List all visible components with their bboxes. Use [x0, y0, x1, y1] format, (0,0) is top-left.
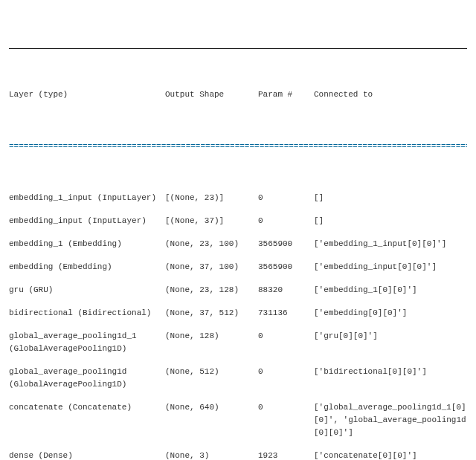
cell-shape: [(None, 37)]	[165, 215, 258, 227]
cell-shape: (None, 3)	[165, 450, 258, 460]
header-param: Param #	[258, 88, 314, 101]
header-row: Layer (type) Output Shape Param # Connec…	[9, 88, 467, 101]
cell-param: 0	[258, 401, 314, 414]
cell-conn: ['gru[0][0]']	[314, 330, 467, 343]
header-double-rule: ========================================…	[9, 140, 467, 153]
table-row: embedding (Embedding)(None, 37, 100)3565…	[9, 261, 467, 273]
table-row: embedding_1_input (InputLayer)[(None, 23…	[9, 192, 467, 204]
cell-param: 3565900	[258, 238, 314, 250]
cell-param: 731136	[258, 307, 314, 320]
cell-layer: bidirectional (Bidirectional)	[9, 307, 165, 320]
cell-layer: embedding_1_input (InputLayer)	[9, 192, 165, 204]
cell-param: 0	[258, 330, 314, 343]
table-row: dense (Dense)(None, 3)1923['concatenate[…	[9, 450, 467, 460]
cell-param: 3565900	[258, 261, 314, 273]
cell-conn: ['global_average_pooling1d_1[0][0]', 'gl…	[314, 401, 467, 439]
cell-layer: concatenate (Concatenate)	[9, 401, 165, 414]
cell-param: 0	[258, 192, 314, 204]
cell-conn: ['embedding[0][0]']	[314, 307, 467, 320]
cell-conn: ['concatenate[0][0]']	[314, 450, 467, 460]
header-conn: Connected to	[314, 88, 467, 101]
table-row: bidirectional (Bidirectional)(None, 37, …	[9, 307, 467, 320]
cell-shape: (None, 128)	[165, 330, 258, 343]
cell-layer: embedding_1 (Embedding)	[9, 238, 165, 250]
cell-conn: ['embedding_1_input[0][0]']	[314, 238, 467, 250]
cell-layer: global_average_pooling1d_1 (GlobalAverag…	[9, 330, 165, 355]
table-row: embedding_input (InputLayer)[(None, 37)]…	[9, 215, 467, 227]
cell-conn: ['embedding_1[0][0]']	[314, 284, 467, 297]
cell-conn: ['bidirectional[0][0]']	[314, 366, 467, 378]
cell-param: 0	[258, 215, 314, 227]
table-row: concatenate (Concatenate)(None, 640)0['g…	[9, 401, 467, 439]
table-row: global_average_pooling1d (GlobalAverageP…	[9, 366, 467, 391]
cell-shape: (None, 640)	[165, 401, 258, 414]
header-shape: Output Shape	[165, 88, 258, 101]
cell-layer: embedding_input (InputLayer)	[9, 215, 165, 227]
table-row: gru (GRU)(None, 23, 128)88320['embedding…	[9, 284, 467, 297]
cell-param: 0	[258, 366, 314, 378]
cell-shape: (None, 37, 100)	[165, 261, 258, 273]
cell-param: 1923	[258, 450, 314, 460]
cell-conn: ['embedding_input[0][0]']	[314, 261, 467, 273]
cell-layer: embedding (Embedding)	[9, 261, 165, 273]
table-row: embedding_1 (Embedding)(None, 23, 100)35…	[9, 238, 467, 250]
table-row: global_average_pooling1d_1 (GlobalAverag…	[9, 330, 467, 355]
cell-shape: [(None, 23)]	[165, 192, 258, 204]
cell-param: 88320	[258, 284, 314, 297]
model-summary: Layer (type) Output Shape Param # Connec…	[9, 9, 467, 460]
cell-shape: (None, 512)	[165, 366, 258, 378]
header-layer: Layer (type)	[9, 88, 165, 101]
cell-layer: global_average_pooling1d (GlobalAverageP…	[9, 366, 165, 391]
cell-conn: []	[314, 215, 467, 227]
cell-shape: (None, 23, 128)	[165, 284, 258, 297]
cell-shape: (None, 23, 100)	[165, 238, 258, 250]
cell-layer: gru (GRU)	[9, 284, 165, 297]
cell-conn: []	[314, 192, 467, 204]
rows-container: embedding_1_input (InputLayer)[(None, 23…	[9, 192, 467, 460]
cell-layer: dense (Dense)	[9, 450, 165, 460]
cell-shape: (None, 37, 512)	[165, 307, 258, 320]
top-rule	[9, 48, 467, 49]
